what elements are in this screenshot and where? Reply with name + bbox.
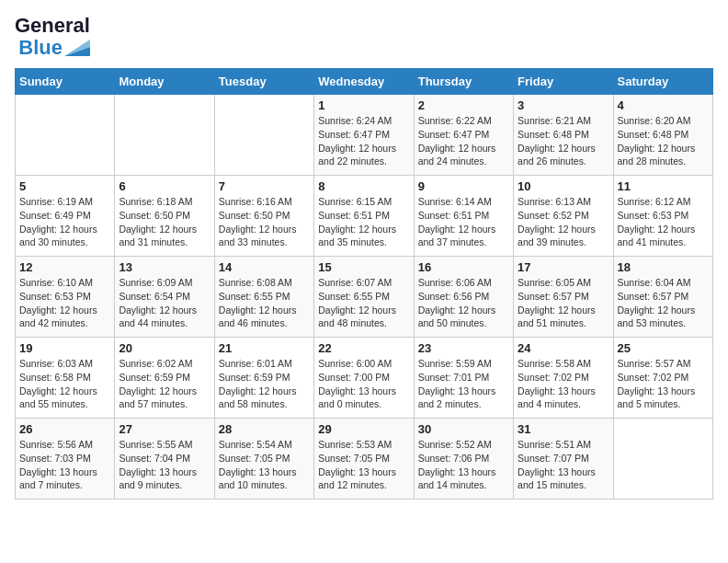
day-info: Sunrise: 6:22 AM Sunset: 6:47 PM Dayligh…	[418, 114, 509, 168]
day-info: Sunrise: 6:09 AM Sunset: 6:54 PM Dayligh…	[119, 276, 210, 330]
header-monday: Monday	[115, 69, 214, 95]
day-number: 2	[418, 98, 509, 112]
logo-blue-text: Blue	[18, 37, 63, 59]
day-info: Sunrise: 5:52 AM Sunset: 7:06 PM Dayligh…	[418, 438, 509, 492]
day-number: 14	[219, 260, 310, 274]
calendar-cell: 15Sunrise: 6:07 AM Sunset: 6:55 PM Dayli…	[314, 257, 414, 338]
day-info: Sunrise: 6:10 AM Sunset: 6:53 PM Dayligh…	[19, 276, 110, 330]
day-number: 29	[318, 422, 409, 436]
day-number: 15	[318, 260, 409, 274]
day-number: 19	[19, 341, 110, 355]
calendar-cell: 29Sunrise: 5:53 AM Sunset: 7:05 PM Dayli…	[314, 419, 414, 500]
day-info: Sunrise: 6:06 AM Sunset: 6:56 PM Dayligh…	[418, 276, 509, 330]
day-number: 20	[119, 341, 210, 355]
calendar-cell: 6Sunrise: 6:18 AM Sunset: 6:50 PM Daylig…	[115, 176, 214, 257]
calendar-cell	[214, 95, 313, 176]
calendar-cell: 18Sunrise: 6:04 AM Sunset: 6:57 PM Dayli…	[613, 257, 712, 338]
calendar-cell: 1Sunrise: 6:24 AM Sunset: 6:47 PM Daylig…	[314, 95, 414, 176]
calendar-cell: 25Sunrise: 5:57 AM Sunset: 7:02 PM Dayli…	[613, 338, 712, 419]
day-number: 13	[119, 260, 210, 274]
calendar-cell: 23Sunrise: 5:59 AM Sunset: 7:01 PM Dayli…	[414, 338, 513, 419]
calendar-cell	[613, 419, 712, 500]
day-number: 6	[119, 179, 210, 193]
day-number: 7	[219, 179, 310, 193]
header-wednesday: Wednesday	[314, 69, 414, 95]
week-row-1: 1Sunrise: 6:24 AM Sunset: 6:47 PM Daylig…	[16, 95, 713, 176]
calendar-cell: 20Sunrise: 6:02 AM Sunset: 6:59 PM Dayli…	[115, 338, 214, 419]
day-info: Sunrise: 5:51 AM Sunset: 7:07 PM Dayligh…	[518, 438, 609, 492]
calendar-cell: 12Sunrise: 6:10 AM Sunset: 6:53 PM Dayli…	[16, 257, 115, 338]
day-info: Sunrise: 6:07 AM Sunset: 6:55 PM Dayligh…	[318, 276, 409, 330]
week-row-2: 5Sunrise: 6:19 AM Sunset: 6:49 PM Daylig…	[16, 176, 713, 257]
day-number: 10	[518, 179, 609, 193]
page-header: General Blue	[15, 15, 713, 59]
calendar-cell: 22Sunrise: 6:00 AM Sunset: 7:00 PM Dayli…	[314, 338, 414, 419]
header-friday: Friday	[514, 69, 613, 95]
day-number: 4	[618, 98, 709, 112]
header-sunday: Sunday	[16, 69, 115, 95]
day-info: Sunrise: 5:54 AM Sunset: 7:05 PM Dayligh…	[219, 438, 310, 492]
calendar-cell: 3Sunrise: 6:21 AM Sunset: 6:48 PM Daylig…	[514, 95, 613, 176]
calendar-cell: 11Sunrise: 6:12 AM Sunset: 6:53 PM Dayli…	[613, 176, 712, 257]
day-info: Sunrise: 6:04 AM Sunset: 6:57 PM Dayligh…	[618, 276, 709, 330]
day-number: 17	[518, 260, 609, 274]
day-info: Sunrise: 6:14 AM Sunset: 6:51 PM Dayligh…	[418, 195, 509, 249]
day-info: Sunrise: 5:56 AM Sunset: 7:03 PM Dayligh…	[19, 438, 110, 492]
day-info: Sunrise: 6:24 AM Sunset: 6:47 PM Dayligh…	[318, 114, 409, 168]
day-number: 25	[618, 341, 709, 355]
calendar-cell: 10Sunrise: 6:13 AM Sunset: 6:52 PM Dayli…	[514, 176, 613, 257]
day-number: 1	[318, 98, 409, 112]
logo-wing-icon	[64, 40, 90, 56]
day-number: 5	[19, 179, 110, 193]
calendar-cell: 5Sunrise: 6:19 AM Sunset: 6:49 PM Daylig…	[16, 176, 115, 257]
day-info: Sunrise: 6:01 AM Sunset: 6:59 PM Dayligh…	[219, 357, 310, 411]
day-number: 12	[19, 260, 110, 274]
day-info: Sunrise: 6:02 AM Sunset: 6:59 PM Dayligh…	[119, 357, 210, 411]
day-number: 21	[219, 341, 310, 355]
day-info: Sunrise: 5:55 AM Sunset: 7:04 PM Dayligh…	[119, 438, 210, 492]
day-number: 27	[119, 422, 210, 436]
calendar-cell: 24Sunrise: 5:58 AM Sunset: 7:02 PM Dayli…	[514, 338, 613, 419]
header-saturday: Saturday	[613, 69, 712, 95]
calendar-cell: 13Sunrise: 6:09 AM Sunset: 6:54 PM Dayli…	[115, 257, 214, 338]
logo: General Blue	[15, 15, 90, 59]
calendar-cell: 14Sunrise: 6:08 AM Sunset: 6:55 PM Dayli…	[214, 257, 313, 338]
day-info: Sunrise: 6:00 AM Sunset: 7:00 PM Dayligh…	[318, 357, 409, 411]
calendar-cell: 7Sunrise: 6:16 AM Sunset: 6:50 PM Daylig…	[214, 176, 313, 257]
calendar-cell: 21Sunrise: 6:01 AM Sunset: 6:59 PM Dayli…	[214, 338, 313, 419]
day-number: 8	[318, 179, 409, 193]
calendar-cell: 2Sunrise: 6:22 AM Sunset: 6:47 PM Daylig…	[414, 95, 513, 176]
calendar-cell: 16Sunrise: 6:06 AM Sunset: 6:56 PM Dayli…	[414, 257, 513, 338]
week-row-4: 19Sunrise: 6:03 AM Sunset: 6:58 PM Dayli…	[16, 338, 713, 419]
day-number: 16	[418, 260, 509, 274]
day-number: 9	[418, 179, 509, 193]
calendar-cell: 31Sunrise: 5:51 AM Sunset: 7:07 PM Dayli…	[514, 419, 613, 500]
day-number: 24	[518, 341, 609, 355]
calendar-cell: 9Sunrise: 6:14 AM Sunset: 6:51 PM Daylig…	[414, 176, 513, 257]
calendar-cell	[115, 95, 214, 176]
day-number: 22	[318, 341, 409, 355]
calendar-cell: 30Sunrise: 5:52 AM Sunset: 7:06 PM Dayli…	[414, 419, 513, 500]
day-info: Sunrise: 6:18 AM Sunset: 6:50 PM Dayligh…	[119, 195, 210, 249]
day-number: 18	[618, 260, 709, 274]
day-number: 3	[518, 98, 609, 112]
calendar-cell	[16, 95, 115, 176]
day-number: 23	[418, 341, 509, 355]
day-info: Sunrise: 6:13 AM Sunset: 6:52 PM Dayligh…	[518, 195, 609, 249]
logo-text: General	[15, 15, 90, 37]
calendar-header-row: SundayMondayTuesdayWednesdayThursdayFrid…	[16, 69, 713, 95]
calendar-cell: 19Sunrise: 6:03 AM Sunset: 6:58 PM Dayli…	[16, 338, 115, 419]
calendar-cell: 27Sunrise: 5:55 AM Sunset: 7:04 PM Dayli…	[115, 419, 214, 500]
day-info: Sunrise: 6:05 AM Sunset: 6:57 PM Dayligh…	[518, 276, 609, 330]
day-info: Sunrise: 6:08 AM Sunset: 6:55 PM Dayligh…	[219, 276, 310, 330]
header-thursday: Thursday	[414, 69, 513, 95]
day-info: Sunrise: 6:21 AM Sunset: 6:48 PM Dayligh…	[518, 114, 609, 168]
calendar-table: SundayMondayTuesdayWednesdayThursdayFrid…	[15, 68, 713, 500]
calendar-cell: 8Sunrise: 6:15 AM Sunset: 6:51 PM Daylig…	[314, 176, 414, 257]
day-info: Sunrise: 5:53 AM Sunset: 7:05 PM Dayligh…	[318, 438, 409, 492]
day-info: Sunrise: 6:20 AM Sunset: 6:48 PM Dayligh…	[618, 114, 709, 168]
day-info: Sunrise: 6:19 AM Sunset: 6:49 PM Dayligh…	[19, 195, 110, 249]
day-info: Sunrise: 6:12 AM Sunset: 6:53 PM Dayligh…	[618, 195, 709, 249]
day-number: 30	[418, 422, 509, 436]
day-info: Sunrise: 5:57 AM Sunset: 7:02 PM Dayligh…	[618, 357, 709, 411]
